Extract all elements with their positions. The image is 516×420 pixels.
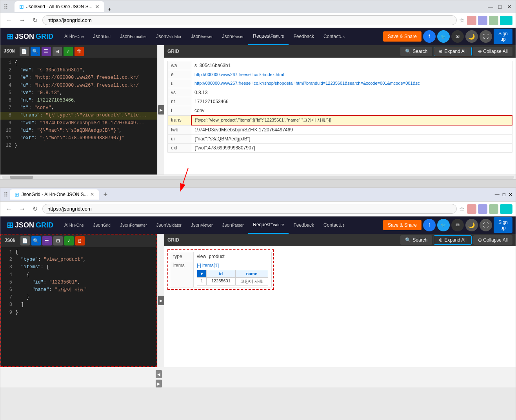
search-btn-1[interactable]: 🔍 Search [400, 47, 432, 56]
minimize-btn-1[interactable]: — [487, 4, 494, 10]
expand-all-btn-1[interactable]: ⊕ Expand All [434, 47, 472, 56]
forward-btn-1[interactable]: → [17, 16, 28, 25]
table-row: wa s_305c16ba63b1 [168, 61, 512, 70]
json-line-1: 1 { [0, 59, 157, 67]
scroll-thumb-1[interactable] [10, 176, 33, 179]
collapse-all-btn-1[interactable]: ⊖ Collapse All [473, 47, 512, 56]
key-cell-ui: ui [168, 135, 191, 144]
collapse-btn-2[interactable]: ⊟ [53, 236, 63, 245]
tab-2[interactable]: ⊞ JsonGrid - All-In-One JSON S... ✕ [10, 189, 99, 200]
nav-json-parser-1[interactable]: JsonParser [217, 28, 248, 45]
table-row: ext {"wot":478.69999998807907} [168, 144, 512, 153]
nav-feedback-2[interactable]: Feedback [289, 216, 319, 234]
list-btn-2[interactable]: ☰ [42, 236, 52, 245]
minimize-btn-2[interactable]: — [495, 192, 500, 197]
collapse-btn-1[interactable]: ⊟ [53, 47, 62, 56]
sign-up-btn-2[interactable]: Signup [494, 217, 512, 233]
address-bar-2[interactable] [42, 204, 457, 214]
facebook-btn-2[interactable]: f [423, 219, 436, 231]
sign-up-btn-1[interactable]: Signup [494, 29, 512, 44]
theme-btn-2[interactable]: 🌙 [465, 219, 478, 231]
new-tab-btn-2[interactable]: + [100, 191, 111, 199]
main-panels-2: JSON 📄 🔍 ☰ ⊟ ✓ 🗑 1 { 2 "type": "view [0, 234, 516, 367]
nav-all-in-one-2[interactable]: All-in-One [60, 216, 89, 234]
nav-json-parser-2[interactable]: JsonParser [217, 216, 248, 234]
new-doc-btn-2[interactable]: 📄 [20, 236, 30, 245]
search-doc-btn-2[interactable]: 🔍 [31, 236, 41, 245]
check-btn-1[interactable]: ✓ [64, 47, 73, 56]
twitter-btn-2[interactable]: 🐦 [437, 219, 450, 231]
expand-all-label-1: Expand All [444, 49, 467, 54]
maximize-btn-2[interactable]: □ [503, 192, 505, 197]
active-tab-1[interactable]: ⊞ JsonGrid - All-In-One JSON S... ✕ [15, 1, 104, 12]
link-u[interactable]: http://000000.www267.freesell.co.kr/shop… [194, 81, 420, 85]
expand-all-label-2: Expand All [444, 237, 467, 243]
expand-left-btn-2[interactable]: ▶ [158, 296, 164, 305]
refresh-btn-2[interactable]: ↻ [30, 204, 40, 213]
json-content-1: 1 { 2 "wa": "s_305c16ba63b1", 3 "e": "ht… [0, 58, 157, 173]
nav-json-validator-2[interactable]: JsonValidator [152, 216, 186, 234]
scroll-area-1[interactable] [0, 175, 516, 179]
grid-panel-2: GRID 🔍 Search ⊕ Expand All ⊖ Collapse A [164, 234, 516, 367]
save-share-btn-2[interactable]: Save & Share [383, 220, 422, 230]
mail-btn-2[interactable]: ✉ [451, 219, 464, 231]
nav-ext-icons-1 [467, 16, 512, 25]
nav-json-formatter-2[interactable]: JsonFormatter [115, 216, 152, 234]
nav-request-feature-2[interactable]: RequestFeature [248, 216, 289, 234]
check-btn-2[interactable]: ✓ [64, 236, 74, 245]
main-panels-1: JSON 📄 🔍 ☰ ⊟ ✓ 🗑 1 { 2 "wa": "s_305c [0, 45, 516, 175]
facebook-btn-1[interactable]: f [423, 30, 436, 43]
logo-json-1: JSON [15, 33, 34, 41]
nav-json-grid-2[interactable]: JsonGrid [89, 216, 115, 234]
address-bar-1[interactable]: https://jsongrid.com [42, 15, 457, 25]
key-cell-trans: trans [168, 115, 191, 125]
tab-close-1[interactable]: ✕ [95, 4, 100, 10]
back-btn-2[interactable]: ← [4, 205, 15, 213]
nav-request-feature-1[interactable]: RequestFeature [248, 28, 289, 45]
maximize-btn-1[interactable]: □ [497, 4, 503, 10]
nav-all-in-one-1[interactable]: All-in-One [60, 28, 89, 45]
nav-json-formatter-1[interactable]: JsonFormatter [115, 28, 152, 45]
search-btn-2[interactable]: 🔍 Search [400, 235, 432, 245]
expand-all-btn-2[interactable]: ⊕ Expand All [434, 235, 472, 245]
fullscreen-btn-2[interactable]: ⛶ [480, 219, 492, 231]
new-tab-btn-1[interactable]: + [105, 7, 114, 12]
twitter-btn-1[interactable]: 🐦 [437, 30, 450, 43]
close-btn-2[interactable]: ✕ [509, 192, 512, 197]
nav-json-validator-1[interactable]: JsonValidator [152, 28, 186, 45]
nav-json-viewer-2[interactable]: JsonViewer [186, 216, 218, 234]
bottom-arrow-down-2[interactable]: ▶ [156, 380, 162, 387]
expand-left-btn-1[interactable]: ▶ [158, 105, 164, 115]
val-cell-e: http://000000.www267.freesell.co.kr/inde… [191, 70, 512, 79]
bookmark-star-2[interactable]: ☆ [459, 205, 465, 213]
theme-btn-1[interactable]: 🌙 [465, 30, 478, 43]
refresh-btn-1[interactable]: ↻ [30, 16, 40, 25]
nav-json-grid-1[interactable]: JsonGrid [89, 28, 115, 45]
close-btn-1[interactable]: ✕ [506, 4, 512, 10]
save-share-btn-1[interactable]: Save & Share [383, 31, 422, 42]
table-row: vs 0.8.13 [168, 88, 512, 97]
json-line-7: 7 "t": "conv", [0, 104, 157, 112]
trash-btn-2[interactable]: 🗑 [75, 236, 85, 245]
forward-btn-2[interactable]: → [17, 205, 28, 213]
link-e[interactable]: http://000000.www267.freesell.co.kr/inde… [194, 72, 284, 77]
expand-circle-icon-1: ⊕ [439, 49, 443, 54]
scroll-track-1[interactable] [2, 176, 514, 179]
list-btn-1[interactable]: ☰ [42, 47, 51, 56]
json-line-12: 12 } [0, 142, 157, 149]
nav-contact-us-2[interactable]: ContactUs [319, 216, 349, 234]
nav-contact-us-1[interactable]: ContactUs [319, 28, 349, 45]
grid-toolbar-1: GRID 🔍 Search ⊕ Expand All ⊖ Collapse A [164, 45, 516, 58]
fullscreen-btn-1[interactable]: ⛶ [480, 30, 492, 43]
nav-json-viewer-1[interactable]: JsonViewer [186, 28, 218, 45]
tab-close-2[interactable]: ✕ [90, 192, 94, 197]
trash-btn-1[interactable]: 🗑 [74, 47, 84, 56]
collapse-all-btn-2[interactable]: ⊖ Collapse All [473, 235, 512, 245]
back-btn-1[interactable]: ← [4, 16, 15, 25]
bottom-arrow-up-2[interactable]: ◀ [156, 370, 162, 378]
new-doc-btn-1[interactable]: 📄 [20, 47, 29, 56]
nav-feedback-1[interactable]: Feedback [289, 28, 319, 45]
search-doc-btn-1[interactable]: 🔍 [31, 47, 40, 56]
mail-btn-1[interactable]: ✉ [451, 30, 464, 43]
bookmark-star-1[interactable]: ☆ [459, 16, 465, 24]
